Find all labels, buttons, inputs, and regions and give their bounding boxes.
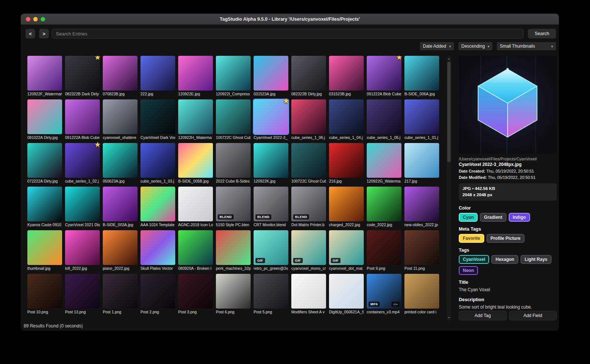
grid-item[interactable]: Post 3.png bbox=[178, 274, 213, 315]
back-button[interactable]: < bbox=[26, 29, 35, 38]
close-button[interactable] bbox=[26, 17, 30, 21]
thumbnail-image[interactable] bbox=[140, 230, 175, 265]
sort-direction-dropdown[interactable]: Descending ▾ bbox=[458, 42, 492, 50]
grid-item[interactable]: 222.jpg bbox=[140, 56, 175, 97]
grid-item[interactable]: AAA 1024 Template bbox=[140, 187, 175, 228]
forward-button[interactable]: > bbox=[39, 29, 49, 38]
thumbnail-image[interactable]: BLEND bbox=[291, 187, 326, 221]
grid-item[interactable]: piano_2022.jpg bbox=[103, 230, 138, 272]
grid-item[interactable]: code_2022.jpg bbox=[367, 187, 401, 228]
thumbnail-image[interactable] bbox=[27, 143, 62, 178]
grid-item[interactable]: cube_series_1_03.j bbox=[140, 143, 175, 184]
grid-item[interactable]: AGNC-2018 Icon Lo bbox=[178, 187, 213, 228]
add-tag-button[interactable]: Add Tag bbox=[459, 311, 507, 320]
thumbnail-image[interactable] bbox=[103, 56, 138, 91]
grid-item[interactable]: Skull Plates Vector bbox=[140, 230, 175, 272]
grid-item[interactable]: 080920A - Broken I bbox=[178, 230, 213, 272]
grid-item[interactable]: Post 10.png bbox=[27, 274, 62, 315]
tag-pill-neon[interactable]: Neon bbox=[459, 266, 478, 275]
thumbnail-image[interactable] bbox=[103, 230, 138, 265]
thumbnail-image[interactable]: ★ bbox=[254, 99, 288, 134]
thumbnail-image[interactable] bbox=[404, 274, 439, 309]
tag-pill-cyanvoxel[interactable]: CyanVoxel bbox=[459, 255, 489, 264]
grid-item[interactable]: CyanVoxel 2021 Dis bbox=[65, 187, 100, 228]
tag-pill-indigo[interactable]: Indigo bbox=[509, 213, 530, 222]
thumbnail-image[interactable] bbox=[404, 187, 439, 221]
thumbnail-image[interactable] bbox=[329, 274, 364, 309]
grid-item[interactable]: Modifiers Sheet A v bbox=[291, 274, 326, 315]
grid-item[interactable]: ★ cube_series_1_02.j bbox=[65, 143, 100, 184]
thumbnail-image[interactable] bbox=[291, 56, 326, 91]
thumbnail-image[interactable] bbox=[404, 56, 439, 91]
thumbnail-image[interactable] bbox=[291, 274, 326, 309]
grid-item[interactable]: 082322B Dirty.jpg bbox=[291, 56, 326, 97]
grid-item[interactable]: GIF cyanvoxel_dot_mat bbox=[329, 230, 364, 272]
preview-image[interactable] bbox=[459, 56, 557, 154]
thumbnail-image[interactable] bbox=[367, 230, 401, 265]
grid-item[interactable]: new-oldies_2022.jp bbox=[404, 187, 439, 228]
grid-item[interactable]: BLEND Dot Matrix Printer.b bbox=[291, 187, 326, 228]
scrollbar-thumb[interactable] bbox=[447, 62, 451, 162]
grid-item[interactable]: B-SIDE_003A.jpg bbox=[103, 187, 138, 228]
thumbnail-image[interactable] bbox=[140, 143, 175, 178]
thumbnail-image[interactable]: GIF bbox=[254, 230, 288, 265]
grid-item[interactable]: 216.jpg bbox=[329, 143, 364, 184]
grid-item[interactable]: charged_2022.jpg bbox=[329, 187, 364, 228]
grid-item[interactable]: 100722C Ghost Cub bbox=[291, 143, 326, 184]
grid-item[interactable]: MP4 -:-- containers_v3.mp4 bbox=[367, 274, 401, 315]
title-bar[interactable]: TagStudio Alpha 9.5.0 - Library '/Users/… bbox=[21, 14, 559, 25]
thumbnail-image[interactable]: ★ bbox=[65, 143, 100, 178]
thumbnail-image[interactable] bbox=[216, 56, 251, 91]
thumbnail-image[interactable] bbox=[140, 99, 175, 134]
thumbnail-image[interactable] bbox=[140, 187, 175, 221]
thumbnail-image[interactable] bbox=[254, 274, 288, 309]
grid-item[interactable]: 081022A Dirty.jpg bbox=[27, 99, 62, 141]
thumbnail-image[interactable]: BLEND bbox=[254, 187, 288, 221]
thumbnail-image[interactable] bbox=[27, 99, 62, 134]
thumbnail-image[interactable] bbox=[178, 187, 213, 221]
grid-item[interactable]: 120922K.jpg bbox=[254, 143, 288, 184]
grid-item[interactable]: ★ CyanVoxel 2022-3_ bbox=[254, 99, 288, 141]
grid-item[interactable]: cube_series_1_04.j bbox=[329, 99, 364, 141]
zoom-button[interactable] bbox=[41, 17, 45, 21]
thumbnail-image[interactable] bbox=[178, 274, 213, 309]
grid-item[interactable]: Post 9.png bbox=[367, 230, 401, 272]
grid-item[interactable]: 2022 Cube B-Sides bbox=[216, 143, 251, 184]
thumbnail-image[interactable] bbox=[404, 99, 439, 134]
grid-item[interactable]: B-SIDE_006A.jpg bbox=[404, 56, 439, 97]
thumbnail-image[interactable] bbox=[367, 143, 401, 178]
thumbnail-image[interactable] bbox=[27, 230, 62, 265]
tag-pill-light-rays[interactable]: Light Rays bbox=[521, 255, 551, 264]
tag-pill-cyan[interactable]: Cyan bbox=[459, 213, 478, 222]
thumbnail-image[interactable] bbox=[329, 143, 364, 178]
grid-item[interactable]: cube_series_1_06.j bbox=[291, 99, 326, 141]
grid-item[interactable]: GIF cyanvoxel_mono_cr bbox=[291, 230, 326, 272]
grid-item[interactable]: GIF retro_pc_green@3x bbox=[254, 230, 288, 272]
thumbnail-image[interactable] bbox=[254, 56, 288, 91]
thumbnail-image[interactable] bbox=[65, 274, 100, 309]
thumbnail-image[interactable]: ★ bbox=[367, 56, 401, 91]
grid-item[interactable]: 031523A.jpg bbox=[254, 56, 288, 97]
thumbnail-image[interactable]: GIF bbox=[291, 230, 326, 265]
thumbnail-image[interactable] bbox=[103, 187, 138, 221]
grid-item[interactable]: Kyanos Caste 0910 bbox=[27, 187, 62, 228]
grid-item[interactable]: BLEND 5150 Style PC.blen bbox=[216, 187, 251, 228]
thumbnail-image[interactable] bbox=[329, 56, 364, 91]
grid-item[interactable]: Post 5.png bbox=[254, 274, 288, 315]
thumbnail-image[interactable] bbox=[178, 230, 213, 265]
grid-item[interactable]: Post 13.png bbox=[65, 274, 100, 315]
grid-item[interactable]: Post 1.png bbox=[103, 274, 138, 315]
thumbnail-image[interactable] bbox=[140, 274, 175, 309]
grid-item[interactable]: 070823B.jpg bbox=[103, 56, 138, 97]
grid-item[interactable]: BLEND CRT Monitor.blend bbox=[254, 187, 288, 228]
thumbnail-image[interactable] bbox=[27, 56, 62, 91]
thumbnail-image[interactable] bbox=[367, 187, 401, 221]
grid-item[interactable]: 120922I_Compress bbox=[216, 56, 251, 97]
thumbnail-image[interactable] bbox=[329, 187, 364, 221]
thumbnail-image[interactable] bbox=[404, 230, 439, 265]
grid-item[interactable]: printed color card i bbox=[404, 274, 439, 315]
thumbnail-image[interactable] bbox=[140, 56, 175, 91]
grid-item[interactable]: 120922H_Waterma bbox=[178, 99, 213, 141]
search-button[interactable]: Search bbox=[528, 29, 556, 38]
grid-item[interactable]: CyanVoxel Dark Vox bbox=[140, 99, 175, 141]
